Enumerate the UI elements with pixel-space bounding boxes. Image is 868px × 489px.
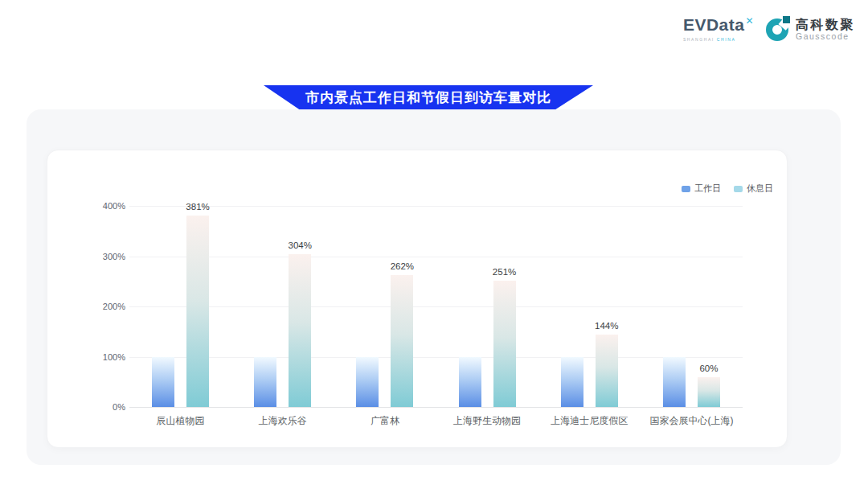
bar-休息日 <box>596 335 618 407</box>
chart-card: 工作日休息日 0%100%200%300%400%辰山植物园381%上海欢乐谷3… <box>47 150 788 448</box>
gausscode-logo: 高科数聚 Gausscode <box>765 16 855 42</box>
gausscode-name-cn: 高科数聚 <box>796 18 855 31</box>
x-axis-category-label: 广富林 <box>329 414 441 428</box>
evdata-logo: EVData✕ SHANGHAI CHINA <box>683 16 754 42</box>
y-axis-tick: 200% <box>81 302 125 311</box>
title-banner: 市内景点工作日和节假日到访车量对比 <box>264 85 593 109</box>
y-axis-tick: 400% <box>81 201 125 211</box>
y-axis-tick: 300% <box>81 252 125 261</box>
bar-休息日 <box>493 281 516 407</box>
y-axis-tick: 100% <box>81 352 125 362</box>
evdata-x-icon: ✕ <box>745 15 754 27</box>
evdata-subtitle: SHANGHAI CHINA <box>683 37 735 42</box>
bar-工作日 <box>663 357 686 408</box>
gridline <box>129 306 743 307</box>
gridline <box>129 257 743 257</box>
x-axis-category-label: 辰山植物园 <box>125 414 237 428</box>
bar-休息日 <box>186 216 209 407</box>
x-axis-category-label: 上海欢乐谷 <box>227 414 339 428</box>
bar-休息日 <box>289 254 311 407</box>
gridline <box>129 407 743 408</box>
header-logos: EVData✕ SHANGHAI CHINA 高科数聚 Gausscode <box>683 16 855 42</box>
bar-工作日 <box>561 357 583 408</box>
bar-value-label: 381% <box>172 202 223 212</box>
x-axis-category-label: 国家会展中心(上海) <box>635 414 747 428</box>
chart-plot: 0%100%200%300%400%辰山植物园381%上海欢乐谷304%广富林2… <box>47 150 787 447</box>
bar-工作日 <box>356 357 379 408</box>
bar-休息日 <box>698 377 720 408</box>
gridline <box>129 357 743 358</box>
x-axis-category-label: 上海迪士尼度假区 <box>533 414 645 428</box>
bar-value-label: 144% <box>581 321 633 331</box>
bar-value-label: 262% <box>376 261 428 271</box>
evdata-wordmark: EVData✕ <box>683 16 754 36</box>
bar-value-label: 251% <box>479 267 530 277</box>
x-axis-category-label: 上海野生动物园 <box>431 414 543 428</box>
bar-value-label: 304% <box>274 240 326 250</box>
bar-工作日 <box>152 357 174 408</box>
bar-休息日 <box>391 275 413 407</box>
page-title: 市内景点工作日和节假日到访车量对比 <box>305 88 551 107</box>
gausscode-g-icon <box>765 16 791 42</box>
report-page: { "header": { "evdata_logo": { "text": "… <box>0 0 868 489</box>
bar-value-label: 60% <box>683 364 735 373</box>
y-axis-tick: 0% <box>81 402 125 412</box>
bar-工作日 <box>459 357 481 408</box>
bar-工作日 <box>254 357 276 408</box>
gausscode-name-en: Gausscode <box>796 31 855 41</box>
